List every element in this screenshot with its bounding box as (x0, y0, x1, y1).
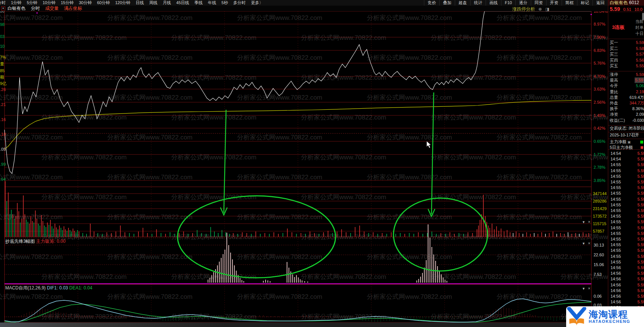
tape-time: 14:55 (611, 179, 621, 185)
tape-time: 14:55 (611, 242, 621, 248)
menu-item-tool[interactable]: 同资 (531, 0, 546, 6)
menu-item-period[interactable]: 60分钟 (94, 0, 112, 6)
tape-price: 5.59 (638, 219, 644, 225)
tape-row: 14:555.59 (608, 179, 644, 185)
stat-value: 619.4万 (629, 95, 644, 100)
tape-price: 5.59 (638, 265, 644, 271)
stock-name-tab[interactable]: 白银有色 (8, 5, 26, 12)
tape-row: 14:565.59 (608, 282, 644, 288)
bid-label: 买四 (610, 58, 618, 63)
tape-time: 14:56 (611, 288, 621, 294)
split-view-icon[interactable]: ◨ (545, 7, 549, 11)
tape-price: 5.59 (638, 208, 644, 213)
tape-row: 14:565.59 (608, 299, 644, 305)
menu-item-tool[interactable]: 统计 (470, 0, 486, 6)
bottom-edge-strip (0, 322, 644, 327)
stat-row: 量比2.19 (608, 89, 644, 95)
tape-time: 14:56 (611, 294, 621, 299)
logo-cn-text: 海淘课程 (589, 309, 630, 319)
tape-price: 5.59 (638, 162, 644, 168)
tape-row: 14:565.59 (608, 265, 644, 271)
quote-divider (608, 71, 644, 71)
tape-time: 14:55 (611, 168, 621, 174)
menu-item-period[interactable]: 季线 (192, 0, 205, 6)
tape-time: 14:55 (611, 162, 621, 168)
tape-price: 5.59 (638, 288, 644, 294)
main-net5-row[interactable]: 5日主力净额 (608, 145, 644, 150)
menu-item-tool[interactable]: 返回 (592, 0, 608, 6)
tape-time: 14:56 (611, 276, 621, 282)
tape-row: 14:555.59 (608, 185, 644, 191)
stat-value: 5.59 (635, 77, 644, 83)
menu-item-period[interactable]: 日线 (133, 0, 147, 6)
stat-label: 总量 (610, 95, 618, 100)
menu-item-period[interactable]: 5分钟 (24, 0, 40, 6)
bid-label: 买五 (610, 63, 618, 69)
tape-time: 14:55 (611, 248, 621, 253)
menu-item-period[interactable]: 120分钟 (112, 0, 133, 6)
stock-title: 白银有色 6012 (608, 0, 644, 6)
stat-row: 总量619.4万 (608, 95, 644, 100)
tape-price: 5.59 (638, 259, 644, 265)
menu-item-period[interactable]: 1分钟 (8, 0, 24, 6)
tab-volume[interactable]: 成交量 (45, 5, 59, 12)
tape-row: 14:555.59 (608, 259, 644, 265)
main-net-row[interactable]: 主力净额 ▣ (608, 139, 644, 145)
quote-divider (608, 12, 644, 12)
quote-panel: 白银有色 6012 5.59 0.51 10.0 3连板 14:545.5914… (608, 0, 644, 327)
panel-toggle-icon[interactable]: ▣ (627, 140, 631, 144)
menu-item-period[interactable]: 分时 (0, 0, 8, 6)
menu-item-tool[interactable]: 开资 (546, 0, 562, 6)
close-tab-icon[interactable]: × (1, 6, 5, 11)
menu-item-period[interactable]: 5秒 (219, 0, 231, 6)
menu-item-period[interactable]: 多分时 (231, 0, 248, 6)
stat-row: 收益(二)-0.030 (608, 118, 644, 123)
tape-row: 14:545.59 (608, 151, 644, 156)
menu-item-period[interactable]: 月线 (160, 0, 174, 6)
tape-time: 14:55 (611, 191, 621, 196)
menu-item-period[interactable]: 10分钟 (40, 0, 58, 6)
limit-analysis-text: 涨跌停分析 (512, 6, 535, 12)
stat-label: 量比 (610, 89, 618, 95)
stat-label: 涨停 (610, 72, 618, 77)
tape-row: 14:565.59 (608, 271, 644, 276)
menu-item-period[interactable]: 30分钟 (76, 0, 94, 6)
stat-value: 5.59 (636, 72, 644, 77)
tape-price: 5.59 (638, 271, 644, 276)
tape-price: 5.59 (638, 213, 644, 219)
stat-row: 净资2.09 (608, 112, 644, 117)
menu-item-period[interactable]: 15分钟 (58, 0, 76, 6)
menu-item-tool[interactable]: 画线 (486, 0, 501, 6)
price-row: 5.59 0.51 10.0 (608, 6, 644, 12)
stat-label: 最高 (610, 77, 618, 83)
tape-price: 5.59 (638, 248, 644, 253)
menu-item-tool[interactable]: 叠加 (439, 0, 455, 6)
session-date-row: 2025-10-17召开 (608, 132, 644, 138)
tab-coordinate[interactable]: 满占坐标 (64, 5, 82, 12)
bid-row: 买五5.55 (608, 63, 644, 69)
bid-row: 买二5.58 (608, 46, 644, 51)
menu-item-period[interactable]: 周线 (147, 0, 160, 6)
menu-item-tool[interactable]: 超盘 (455, 0, 470, 6)
menu-item-period[interactable]: 年线 (205, 0, 219, 6)
plus-circle-icon[interactable]: ⊕ (538, 7, 542, 11)
stat-label: 外盘 (610, 100, 618, 106)
tape-time: 14:55 (611, 213, 621, 219)
haitao-logo-card: 海淘课程 HATAOKECHENG (566, 306, 644, 327)
tape-price: 5.59 (638, 168, 644, 174)
bid-label: 买一 (610, 40, 618, 45)
tape-row: 14:555.59 (608, 254, 644, 259)
menu-item-period[interactable]: 更多〉 (248, 0, 266, 6)
menu-item-tool[interactable]: F10 (501, 0, 515, 6)
menu-item-period[interactable]: 45日线 (174, 0, 192, 6)
tape-row: 14:565.59 (608, 276, 644, 282)
menu-item-tool[interactable]: 竞价 (424, 0, 439, 6)
stat-label: 收益(二) (610, 118, 625, 123)
bid-row: 买四5.56 (608, 58, 644, 63)
menu-item-tool[interactable]: 简框 (562, 0, 577, 6)
haitao-logo-icon (566, 307, 587, 327)
menu-item-tool[interactable]: 标记 (577, 0, 592, 6)
tab-fenshi[interactable]: 分时 (31, 5, 40, 12)
limit-analysis-label[interactable]: 涨跌停分析 ⊕ ◨ (512, 6, 549, 12)
menu-item-tool[interactable]: 逐分 (515, 0, 531, 6)
